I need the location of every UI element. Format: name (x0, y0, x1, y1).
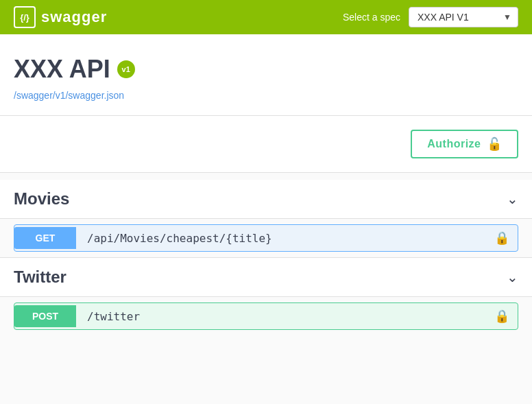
post-method-badge: POST (14, 305, 76, 327)
spec-select-wrapper: XXX API V1 ▼ (409, 7, 518, 27)
spec-select[interactable]: XXX API V1 (409, 7, 518, 27)
twitter-endpoints: POST /twitter 🔒 (0, 302, 532, 330)
unlock-icon: 🔓 (487, 136, 503, 152)
lock-icon: 🔒 (486, 303, 518, 329)
swagger-logo: {/} swagger (14, 6, 107, 28)
endpoints-container: Movies ⌄ GET /api/Movies/cheapest/{title… (0, 173, 532, 342)
version-badge: v1 (117, 60, 135, 78)
swagger-json-link[interactable]: /swagger/v1/swagger.json (14, 90, 124, 101)
api-title: XXX API (14, 55, 110, 84)
movies-section-title: Movies (14, 189, 69, 209)
swagger-brand-text: swagger (41, 8, 107, 26)
movies-section: Movies ⌄ GET /api/Movies/cheapest/{title… (0, 180, 532, 252)
spec-selector-area: Select a spec XXX API V1 ▼ (343, 7, 518, 27)
api-info-section: XXX API v1 /swagger/v1/swagger.json (0, 34, 532, 116)
top-header: {/} swagger Select a spec XXX API V1 ▼ (0, 0, 532, 34)
api-title-row: XXX API v1 (14, 55, 518, 84)
endpoint-path: /api/Movies/cheapest/{title} (76, 226, 486, 250)
select-spec-label: Select a spec (343, 12, 400, 23)
movies-section-header[interactable]: Movies ⌄ (0, 180, 532, 219)
movies-collapse-icon: ⌄ (507, 191, 518, 207)
table-row[interactable]: GET /api/Movies/cheapest/{title} 🔒 (14, 224, 518, 252)
authorize-button-label: Authorize (427, 138, 481, 150)
logo-area: {/} swagger (14, 6, 107, 28)
twitter-section-header[interactable]: Twitter ⌄ (0, 258, 532, 297)
twitter-section: Twitter ⌄ POST /twitter 🔒 (0, 258, 532, 330)
authorize-button[interactable]: Authorize 🔓 (411, 130, 518, 158)
movies-endpoints: GET /api/Movies/cheapest/{title} 🔒 (0, 224, 532, 252)
get-method-badge: GET (14, 227, 76, 249)
table-row[interactable]: POST /twitter 🔒 (14, 302, 518, 330)
authorize-section: Authorize 🔓 (0, 116, 532, 173)
swagger-icon: {/} (14, 6, 36, 28)
endpoint-path: /twitter (76, 305, 486, 329)
twitter-section-title: Twitter (14, 268, 66, 287)
twitter-collapse-icon: ⌄ (507, 269, 518, 285)
lock-icon: 🔒 (486, 225, 518, 251)
